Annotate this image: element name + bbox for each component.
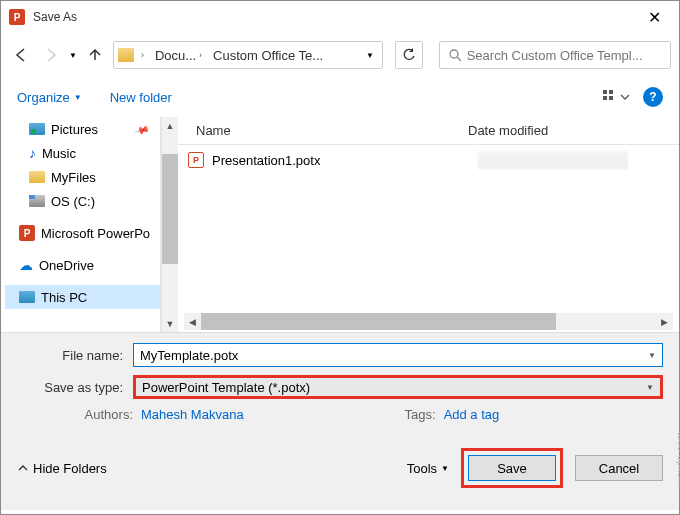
onedrive-icon: ☁: [19, 257, 33, 273]
save-button[interactable]: Save: [468, 455, 556, 481]
breadcrumb-custom-office: Custom Office Te...: [209, 42, 327, 68]
view-options-button[interactable]: [603, 89, 631, 105]
file-row[interactable]: P Presentation1.potx: [178, 145, 679, 175]
disk-icon: [29, 195, 45, 207]
chevron-right-icon: ›: [138, 50, 147, 60]
sidebar-scrollbar[interactable]: ▲ ▼: [161, 117, 178, 332]
authors-label: Authors:: [77, 407, 133, 422]
sidebar-item-powerpoint[interactable]: PMicrosoft PowerPo: [5, 221, 160, 245]
chevron-down-icon[interactable]: ▼: [646, 383, 654, 392]
saveastype-label: Save as type:: [17, 380, 133, 395]
new-folder-button[interactable]: New folder: [110, 90, 172, 105]
file-date: [478, 151, 628, 169]
up-button[interactable]: [83, 43, 107, 67]
column-name[interactable]: Name: [178, 123, 468, 138]
sidebar: Pictures📌 ♪Music MyFiles OS (C:) PMicros…: [1, 117, 161, 332]
file-name: Presentation1.potx: [212, 153, 320, 168]
tags-value[interactable]: Add a tag: [444, 407, 500, 422]
close-button[interactable]: ✕: [638, 4, 671, 31]
potx-file-icon: P: [188, 152, 204, 168]
svg-rect-4: [603, 96, 607, 100]
folder-icon: [118, 48, 134, 62]
filename-input[interactable]: [140, 348, 648, 363]
sidebar-item-osc[interactable]: OS (C:): [5, 189, 160, 213]
bottom-panel: File name: ▼ Save as type: PowerPoint Te…: [1, 332, 679, 510]
save-as-dialog: P Save As ✕ ▼ › Docu...› Custom Office T…: [0, 0, 680, 515]
help-button[interactable]: ?: [643, 87, 663, 107]
scrollbar-thumb[interactable]: [201, 313, 556, 330]
main-area: Pictures📌 ♪Music MyFiles OS (C:) PMicros…: [1, 117, 679, 332]
scroll-right-icon[interactable]: ▶: [656, 317, 673, 327]
folder-icon: [29, 171, 45, 183]
saveastype-value: PowerPoint Template (*.potx): [142, 380, 310, 395]
titlebar: P Save As ✕: [1, 1, 679, 33]
pictures-icon: [29, 123, 45, 135]
column-date[interactable]: Date modified: [468, 123, 679, 138]
scroll-up-icon[interactable]: ▲: [162, 117, 178, 134]
sidebar-item-myfiles[interactable]: MyFiles: [5, 165, 160, 189]
pc-icon: [19, 291, 35, 303]
cancel-button[interactable]: Cancel: [575, 455, 663, 481]
forward-button[interactable]: [39, 43, 63, 67]
file-list-scrollbar[interactable]: ◀ ▶: [184, 313, 673, 330]
toolbar: Organize▼ New folder ?: [1, 77, 679, 117]
svg-line-1: [457, 57, 461, 61]
sidebar-item-pictures[interactable]: Pictures📌: [5, 117, 160, 141]
filename-field[interactable]: ▼: [133, 343, 663, 367]
authors-value[interactable]: Mahesh Makvana: [141, 407, 244, 422]
scrollbar-thumb[interactable]: [162, 154, 178, 264]
back-button[interactable]: [9, 43, 33, 67]
music-icon: ♪: [29, 145, 36, 161]
sidebar-item-music[interactable]: ♪Music: [5, 141, 160, 165]
tags-label: Tags:: [380, 407, 436, 422]
chevron-down-icon[interactable]: ▼: [648, 351, 656, 360]
saveastype-field[interactable]: PowerPoint Template (*.potx) ▼: [133, 375, 663, 399]
save-highlight: Save: [461, 448, 563, 488]
scroll-left-icon[interactable]: ◀: [184, 317, 201, 327]
chevron-right-icon: ›: [196, 50, 205, 60]
svg-rect-2: [603, 90, 607, 94]
address-bar[interactable]: › Docu...› Custom Office Te... ▼: [113, 41, 383, 69]
svg-point-0: [450, 50, 458, 58]
svg-rect-5: [609, 96, 613, 100]
breadcrumb-documents: Docu...›: [151, 42, 209, 68]
powerpoint-icon: P: [19, 225, 35, 241]
refresh-button[interactable]: [395, 41, 423, 69]
svg-rect-3: [609, 90, 613, 94]
chevron-up-icon: [17, 462, 29, 474]
powerpoint-icon: P: [9, 9, 25, 25]
navigation-bar: ▼ › Docu...› Custom Office Te... ▼: [1, 33, 679, 77]
search-input[interactable]: [467, 48, 662, 63]
sidebar-item-onedrive[interactable]: ☁OneDrive: [5, 253, 160, 277]
hide-folders-button[interactable]: Hide Folders: [17, 461, 107, 476]
filename-label: File name:: [17, 348, 133, 363]
file-list-header: Name Date modified: [178, 117, 679, 145]
tools-menu[interactable]: Tools▼: [407, 461, 449, 476]
organize-menu[interactable]: Organize▼: [17, 90, 82, 105]
file-list: Name Date modified P Presentation1.potx …: [178, 117, 679, 332]
search-box[interactable]: [439, 41, 671, 69]
window-title: Save As: [33, 10, 638, 24]
address-dropdown-icon[interactable]: ▼: [358, 51, 382, 60]
watermark: wsxdn.com: [675, 431, 680, 486]
scroll-down-icon[interactable]: ▼: [162, 315, 178, 332]
search-icon: [448, 48, 461, 62]
sidebar-item-thispc[interactable]: This PC: [5, 285, 160, 309]
history-dropdown-icon[interactable]: ▼: [69, 51, 77, 60]
pin-icon: 📌: [134, 121, 150, 137]
